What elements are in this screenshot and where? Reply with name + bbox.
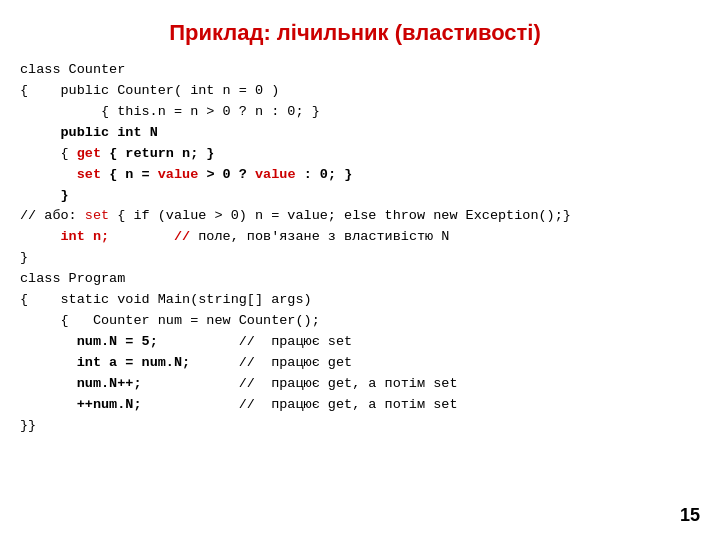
code-line-15: int a = num.N; // працює get [20,353,690,374]
code-line-16: num.N++; // працює get, а потім set [20,374,690,395]
code-line-11: class Program [20,269,690,290]
code-line-3: { this.n = n > 0 ? n : 0; } [20,102,690,123]
code-line-1: class Counter [20,60,690,81]
code-line-17: ++num.N; // працює get, а потім set [20,395,690,416]
code-line-10: } [20,248,690,269]
code-line-5: { get { return n; } [20,144,690,165]
code-line-18: }} [20,416,690,437]
code-line-14: num.N = 5; // працює set [20,332,690,353]
page-number: 15 [680,505,700,526]
slide: Приклад: лічильник (властивості) class C… [0,0,720,540]
code-line-12: { static void Main(string[] args) [20,290,690,311]
code-line-4: public int N [20,123,690,144]
code-line-9: int n; // поле, пов'язане з властивістю … [20,227,690,248]
code-line-6: set { n = value > 0 ? value : 0; } [20,165,690,186]
code-line-8: // або: set { if (value > 0) n = value; … [20,206,690,227]
slide-title: Приклад: лічильник (властивості) [20,20,690,46]
code-line-7: } [20,186,690,207]
code-line-13: { Counter num = new Counter(); [20,311,690,332]
code-line-2: { public Counter( int n = 0 ) [20,81,690,102]
code-block: class Counter { public Counter( int n = … [20,60,690,437]
